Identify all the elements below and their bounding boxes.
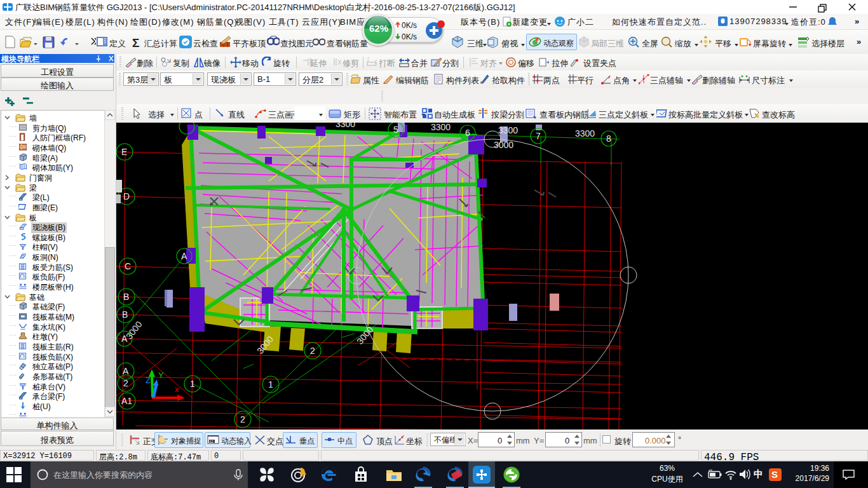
- svg-text:3300: 3300: [575, 128, 595, 139]
- svg-text:2: 2: [310, 346, 315, 356]
- svg-text:Z: Z: [146, 376, 151, 385]
- svg-text:3300: 3300: [431, 123, 451, 132]
- svg-text:A1: A1: [121, 396, 132, 406]
- svg-text:D: D: [123, 191, 130, 201]
- svg-text:6: 6: [465, 128, 470, 138]
- svg-text:A: A: [181, 251, 187, 261]
- svg-text:1: 1: [268, 379, 273, 390]
- svg-text:B: B: [123, 292, 129, 302]
- svg-text:0K/s: 0K/s: [402, 21, 417, 30]
- svg-text:5: 5: [393, 125, 398, 135]
- svg-text:A: A: [123, 366, 129, 376]
- svg-text:2: 2: [123, 378, 128, 388]
- svg-text:12: 12: [210, 440, 214, 444]
- svg-text:Y: Y: [158, 370, 164, 380]
- svg-text:0K/s: 0K/s: [402, 32, 417, 41]
- svg-text:3300: 3300: [498, 125, 518, 135]
- svg-text:1: 1: [190, 379, 195, 389]
- svg-text:7: 7: [536, 131, 541, 141]
- svg-text:3000: 3000: [494, 140, 513, 150]
- svg-text:2: 2: [240, 414, 245, 424]
- svg-text:B: B: [122, 309, 128, 320]
- svg-text:3300: 3300: [336, 123, 355, 129]
- svg-text:E: E: [121, 147, 127, 157]
- svg-text:x: x: [175, 384, 179, 394]
- svg-text:8: 8: [606, 133, 611, 144]
- svg-text:C: C: [125, 261, 131, 271]
